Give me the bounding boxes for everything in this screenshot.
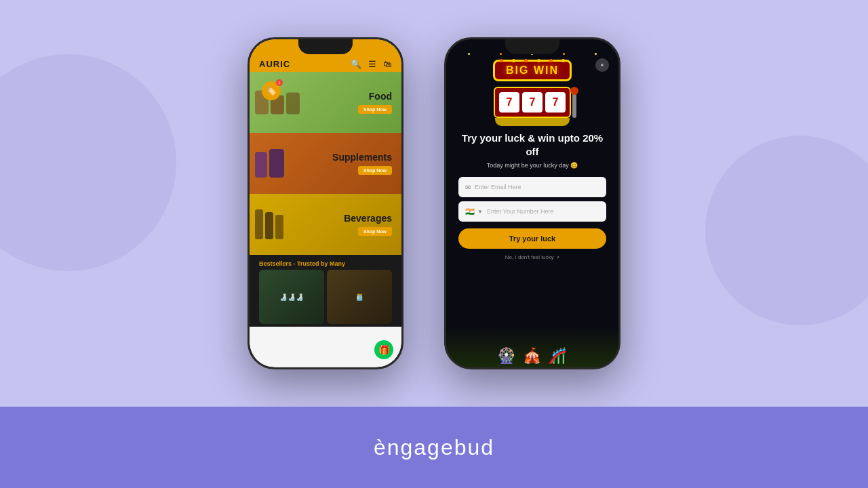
product-card-2[interactable]: 🫙 xyxy=(327,270,392,324)
close-icon: × xyxy=(600,62,604,68)
star-2 xyxy=(500,53,502,55)
power-button xyxy=(402,127,403,161)
reel-3: 7 xyxy=(545,92,566,113)
slot-reels: 7 7 7 xyxy=(494,87,571,118)
auric-logo: AURIC xyxy=(259,59,290,69)
slot-lever[interactable] xyxy=(572,91,576,118)
supp-img-1 xyxy=(255,152,267,178)
phone-placeholder-text: Enter Your Number Here xyxy=(487,208,554,215)
products-grid: 🍶🍶🍶 🫙 xyxy=(259,270,392,324)
star-5 xyxy=(595,53,597,55)
right-phone-notch xyxy=(505,39,559,54)
supplements-banner[interactable]: Supplements Shop Now xyxy=(250,133,401,194)
right-power-button xyxy=(619,127,620,161)
product-1-image: 🍶🍶🍶 xyxy=(259,270,324,324)
email-input-wrapper[interactable]: ✉ Enter Email Here xyxy=(458,177,606,197)
big-win-text: BIG WIN xyxy=(506,64,559,77)
email-icon: ✉ xyxy=(465,184,471,191)
dismiss-icon: × xyxy=(557,254,560,260)
supp-banner-text: Supplements Shop Now xyxy=(332,152,392,175)
try-luck-label: Try your luck xyxy=(509,235,555,243)
big-win-sign: BIG WIN xyxy=(493,60,572,81)
food-title: Food xyxy=(358,91,392,102)
dismiss-label: No, I don't feel lucky xyxy=(505,254,554,260)
light-1 xyxy=(500,59,503,62)
product-2-image: 🫙 xyxy=(327,270,392,324)
product-card-1[interactable]: 🍶🍶🍶 xyxy=(259,270,324,324)
badge-count: 1 xyxy=(276,79,283,86)
header-icons: 🔍 ☰ 🛍 xyxy=(351,59,392,69)
gift-fab-button[interactable]: 🎁 xyxy=(374,340,393,359)
star-1 xyxy=(468,53,470,55)
bev-img-3 xyxy=(275,215,283,239)
roller-coaster-icon: 🎢 xyxy=(548,347,568,364)
menu-icon[interactable]: ☰ xyxy=(368,59,376,69)
reel-2: 7 xyxy=(522,92,542,113)
supp-img-2 xyxy=(269,149,284,178)
india-flag-icon: 🇮🇳 xyxy=(465,207,475,216)
bev-img-1 xyxy=(255,209,263,239)
volume-button xyxy=(248,107,249,127)
bev-shop-now[interactable]: Shop Now xyxy=(358,227,392,236)
email-placeholder-text: Enter Email Here xyxy=(475,184,521,190)
light-5 xyxy=(549,59,553,62)
slot-body: 7 7 7 xyxy=(494,84,571,118)
phone-notch xyxy=(298,39,353,54)
search-icon[interactable]: 🔍 xyxy=(351,59,361,69)
supp-shop-now[interactable]: Shop Now xyxy=(358,166,392,175)
light-4 xyxy=(537,59,540,62)
right-volume-button xyxy=(444,107,446,127)
auric-app-screen: 🏷️ 1 AURIC 🔍 ☰ 🛍 Fo xyxy=(250,39,401,367)
bev-banner-text: Beverages Shop Now xyxy=(344,213,392,236)
flag-chevron-icon: ▼ xyxy=(477,209,483,215)
slot-machine: BIG WIN 7 7 7 xyxy=(493,60,572,126)
light-6 xyxy=(561,59,565,62)
food-banner-text: Food Shop Now xyxy=(358,91,392,114)
bev-title: Beverages xyxy=(344,213,392,224)
star-4 xyxy=(563,53,565,55)
left-phone-frame: 🏷️ 1 AURIC 🔍 ☰ 🛍 Fo xyxy=(248,37,403,369)
notification-tag-badge: 🏷️ 1 xyxy=(262,81,281,100)
slot-base xyxy=(495,118,570,126)
bestsellers-title: Bestsellers - Trusted by Many xyxy=(259,260,392,267)
footer: èngagebud xyxy=(0,407,868,488)
win-headline: Try your luck & win upto 20% off xyxy=(458,131,606,158)
popup-form-area: Try your luck & win upto 20% off Today m… xyxy=(446,131,618,260)
beverages-banner[interactable]: Beverages Shop Now xyxy=(250,194,401,255)
popup-close-button[interactable]: × xyxy=(595,58,609,72)
win-subtitle: Today might be your lucky day 😊 xyxy=(458,162,606,169)
ferris-wheel-icon: 🎡 xyxy=(497,347,517,364)
supp-products xyxy=(255,149,284,178)
supp-title: Supplements xyxy=(332,152,392,163)
reel-2-symbol: 7 xyxy=(530,96,536,108)
try-luck-button[interactable]: Try your luck xyxy=(458,228,606,249)
reel-3-symbol: 7 xyxy=(553,96,559,108)
phone-input-wrapper[interactable]: 🇮🇳 ▼ Enter Your Number Here xyxy=(458,201,606,222)
reel-1: 7 xyxy=(499,92,519,113)
main-content-area: 🏷️ 1 AURIC 🔍 ☰ 🛍 Fo xyxy=(0,0,868,407)
sign-lights xyxy=(495,59,570,62)
bestsellers-section: Bestsellers - Trusted by Many 🍶🍶🍶 🫙 xyxy=(250,255,401,327)
carnival-bottom: 🎡 🎪 🎢 xyxy=(446,327,618,367)
reel-1-symbol: 7 xyxy=(507,96,513,108)
bev-products xyxy=(255,209,283,239)
brand-logo: èngagebud xyxy=(374,435,494,460)
light-2 xyxy=(512,59,515,62)
food-shop-now[interactable]: Shop Now xyxy=(358,105,392,114)
circus-tent-icon: 🎪 xyxy=(523,347,542,364)
dismiss-area[interactable]: No, I don't feel lucky × xyxy=(458,254,606,260)
cart-icon[interactable]: 🛍 xyxy=(383,59,392,69)
right-phone-frame: × BIG WIN xyxy=(444,37,620,369)
popup-screen: × BIG WIN xyxy=(446,39,618,367)
gift-icon: 🎁 xyxy=(378,344,390,355)
light-3 xyxy=(524,59,528,62)
bev-img-2 xyxy=(265,212,273,239)
carnival-scene: 🎡 🎪 🎢 xyxy=(497,347,567,365)
product-img-3 xyxy=(286,93,300,115)
